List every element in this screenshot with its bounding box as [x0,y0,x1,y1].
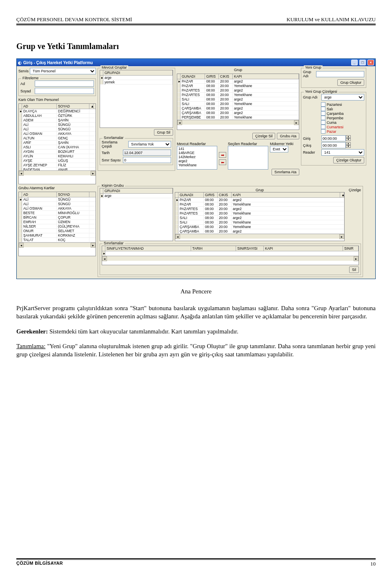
servis-label: Servis [18,69,29,73]
gun-checkbox[interactable] [321,116,325,120]
mevcut-readerlar-list[interactable]: 14114BARGE142Merkezarge2Yemekhane [177,146,217,170]
remove-reader-button[interactable]: ⬅ [219,159,226,165]
sinirlama-cesidi-select[interactable]: Sınırlama Yok [128,141,171,148]
sinir-sayisi-label: Sınır Sayısı [102,158,122,162]
ad-label: Ad [20,82,33,86]
minimize-button[interactable]: _ [351,60,358,65]
tarih-input [123,150,171,156]
grup-adi-sel-label: Grup Adı [303,95,320,99]
servis-select[interactable]: Tüm Personel [30,68,96,74]
close-button[interactable]: × [368,60,374,65]
cizelge-grid[interactable]: GUNADIGIRISCIKISKAPI ▸PAZAR08:0020:00arg… [177,74,299,130]
header-right: KURULUM ve KULLANIM KLAVUZU [287,16,376,23]
reader-label: Reader [303,150,320,154]
grup-adi-input[interactable] [316,71,364,77]
kart-olan-title: Kartı Olan Tüm Personel [18,98,96,102]
mevcut-gruplar-group: Mevcut Gruplar GRUPADI ▸argeyemek Grup S… [98,68,175,171]
giris-label: Giriş [303,136,320,141]
grup-adi-select[interactable]: arge [321,94,364,101]
personel-grid[interactable]: ADSOYAD▲ ▸Dr.AYÇADEĞİRMENCİABDULLAHÖZTÜR… [18,103,96,184]
gun-checkbox[interactable] [321,111,325,116]
yeni-cizelge-group: Yeni Grup Çizelgesi Grup Adıarge Pazarte… [301,92,366,165]
sinir-grid[interactable]: SINIFLIYETKITANIMADTARIHSINIRSAYISIKAPIS… [102,246,359,265]
reader-select[interactable]: 141 [321,149,364,156]
header-left: ÇÖZÜM PERSONEL DEVAM KONTROL SİSTEMİ [16,16,132,23]
giris-down[interactable]: ▼ [346,138,351,141]
screenshot: ◐ Giriş - Çıkış Hareket Yetki Platformu … [16,58,376,279]
page-number: 10 [370,561,376,567]
tarih-label: Tarih [102,151,122,155]
gun-checkbox[interactable] [321,107,325,111]
ad-input[interactable] [35,81,94,87]
page-title: Grup ve Yetki Tanımlamaları [16,42,376,51]
paragraph-1: PrjKartServer programı çalıştırıldıktan … [16,304,376,321]
yeni-grup-group: Yeni Grup Grup Adı Grup Oluştur [301,68,366,88]
grubu-atanmis-title: Grubu Atanmış Kartlar [18,186,96,190]
grup-sil-button[interactable]: Grup Sil [154,129,173,136]
soyad-label: Soyad [20,89,33,93]
grubu-ata-button[interactable]: Grubu Ata [277,133,299,139]
giris-up[interactable]: ▲ [346,135,351,138]
giris-input[interactable] [321,135,346,141]
kg-cizelge-grid[interactable]: GUNADIGIRISCIKISKAPI▲ ▸PAZAR08:0020:00ar… [175,192,345,241]
atanmis-grid[interactable]: ADSOYAD ▸ALİSÜNGÜALİSÜNGÜALİ OSMANAKKAYA… [18,192,96,256]
footer-left: ÇÖZÜM BİLGİSAYAR [16,561,63,567]
grup-olustur-button[interactable]: Grup Oluştur [337,79,364,86]
sil-button[interactable]: Sil [349,266,359,273]
gun-checkbox[interactable] [321,120,325,125]
gun-checkbox[interactable] [321,129,325,134]
grup-grid[interactable]: GRUPADI ▸argeyemek [100,70,173,128]
maximize-button[interactable]: □ [359,60,366,65]
filtreleme-group: Filtreleme Ad Soyad [18,78,96,96]
gun-checkbox[interactable] [321,125,325,129]
cikis-input[interactable] [321,142,346,148]
cizelge-olustur-button[interactable]: Çizelge Oluştur [333,157,364,163]
secilen-readerlar-list[interactable] [228,146,268,170]
grup-col-label: Grup [175,188,345,192]
sinirlamalar-lower-group: Sınırlamalar SINIFLIYETKITANIMADTARIHSIN… [100,244,361,275]
mevcut-readerlar-label: Mevcut Readerlar [177,142,217,146]
kisinin-grubu-group: Kişinin Grubu GRUPADI ▸arge Grup GUNADIG… [98,186,363,277]
paragraph-3: Tanımlama: "Yeni Grup" alanına oluşturul… [16,342,376,359]
grup-header-label: Grup [177,68,299,72]
grup-adi-label: Grup Adı [303,70,315,78]
cikis-down[interactable]: ▼ [346,145,351,148]
add-reader-button[interactable]: ➡ [219,152,226,158]
sinir-sayisi-input[interactable] [123,157,171,163]
cizelge-col-label: Çizelge [346,188,361,241]
app-icon: ◐ [18,60,22,65]
caption: Ana Pencere [16,288,376,295]
sinirlamalar-group: Sınırlamalar Sınırlama ÇeşidiSınırlama Y… [100,138,173,165]
gun-checkbox[interactable] [321,102,325,107]
kg-grup-grid[interactable]: GRUPADI ▸arge [100,188,173,241]
cikis-up[interactable]: ▲ [346,142,351,145]
mukerrer-select[interactable]: Evet [270,146,288,152]
soyad-input[interactable] [35,88,94,94]
cizelge-sil-button[interactable]: Çizelge Sil [252,133,276,139]
cikis-label: Çıkış [303,143,320,148]
mukerrer-label: Mükerrer Yetki [270,142,299,146]
window-title: Giriş - Çıkış Hareket Yetki Platformu [23,60,93,65]
secilen-readerlar-label: Seçilen Readerlar [228,142,268,146]
sinirlama-cesidi-label: Sınırlama Çeşidi [102,140,127,148]
sinirlama-ata-button[interactable]: Sınırlama Ata [272,169,299,175]
paragraph-2: Gerekenler: Sistemdeki tüm kart okuyucul… [16,327,376,335]
